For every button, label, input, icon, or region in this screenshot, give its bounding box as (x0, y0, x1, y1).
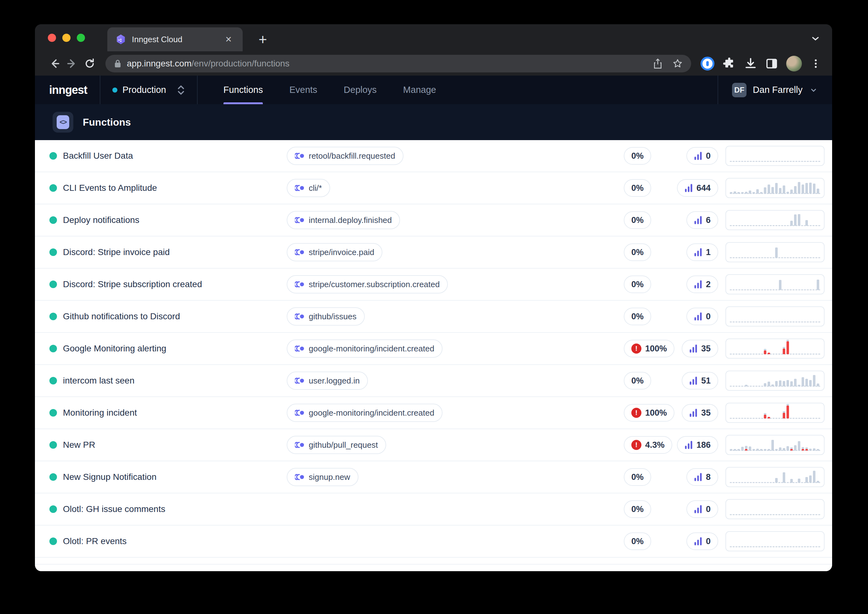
sparkline-bar-grey (760, 192, 763, 194)
inngest-logo[interactable]: inngest (49, 84, 87, 97)
run-count-column: 51 (680, 372, 718, 390)
tab-overflow-chevron-icon[interactable] (810, 33, 821, 44)
sparkline-bar-grey (767, 449, 770, 451)
url-bar[interactable]: app.inngest.com/env/production/functions (105, 55, 691, 72)
function-status-dot (50, 345, 57, 352)
sparkline-slot (786, 446, 789, 451)
run-count-value: 6 (706, 215, 711, 225)
function-status-dot (50, 216, 57, 224)
browser-menu-kebab-icon[interactable] (810, 58, 822, 69)
failure-rate-column: !4.3% (624, 436, 680, 454)
function-name: Google Monitoring alerting (63, 344, 287, 354)
function-row[interactable]: intercom last seenuser.logged.in0%51 (35, 365, 832, 397)
tab-functions[interactable]: Functions (210, 76, 276, 104)
account-menu[interactable]: DF Dan Farrelly (718, 76, 832, 104)
sparkline-bar-red (745, 449, 747, 451)
tab-title: Inngest Cloud (132, 35, 217, 44)
bar-chart-icon (685, 183, 693, 193)
account-chevron-down-icon (809, 85, 818, 95)
run-count-column: 0 (680, 147, 718, 165)
sparkline-bar-grey (798, 214, 800, 226)
new-tab-button[interactable]: + (253, 30, 272, 49)
sparkline-slot (786, 380, 789, 386)
minimize-window-button[interactable] (62, 34, 70, 42)
sparkline-bar-grey (749, 446, 751, 451)
sparkline-chart (725, 274, 825, 294)
sparkline-bar-red (783, 348, 785, 354)
environment-name: Production (122, 85, 166, 95)
sparkline-bar-grey (738, 449, 740, 451)
sparkline-slot (779, 448, 781, 451)
sparkline-bar-red (790, 449, 793, 451)
zoom-window-button[interactable] (77, 34, 85, 42)
close-window-button[interactable] (48, 34, 56, 42)
sparkline-chart (725, 499, 825, 519)
share-icon[interactable] (653, 58, 663, 69)
function-row[interactable]: New PRgithub/pull_request!4.3%186 (35, 429, 832, 461)
sparkline-bar-grey (794, 186, 797, 194)
function-row[interactable]: Olotl: GH issue comments0%0 (35, 493, 832, 525)
browser-toolbar: app.inngest.com/env/production/functions (35, 51, 832, 76)
tab-deploys[interactable]: Deploys (330, 76, 390, 104)
tab-events[interactable]: Events (276, 76, 330, 104)
event-column: cli/* (287, 179, 624, 197)
sparkline-bar-grey (730, 449, 732, 451)
event-trigger-icon (295, 249, 304, 256)
browser-profile-avatar[interactable] (786, 56, 802, 72)
sparkline-bar-grey (790, 221, 793, 226)
function-row[interactable]: Github notifications to Discordgithub/is… (35, 301, 832, 333)
failure-rate-pill: 0% (624, 372, 651, 390)
function-name: Github notifications to Discord (63, 311, 287, 322)
function-status-dot (50, 441, 57, 449)
bookmark-star-icon[interactable] (672, 58, 683, 69)
sparkline-bar-grey (790, 381, 793, 386)
sparkline-slot (805, 448, 808, 451)
sparkline-bar-red (805, 449, 808, 451)
sparkline-bar-grey (771, 384, 774, 386)
tab-manage[interactable]: Manage (390, 76, 450, 104)
function-row[interactable]: Backfill User Dataretool/backfill.reques… (35, 140, 832, 172)
extensions-puzzle-icon[interactable] (722, 57, 736, 70)
sparkline-slot (775, 478, 778, 483)
sparkline-column (725, 146, 825, 166)
function-name: New PR (63, 440, 287, 450)
failure-rate-value: 0% (631, 280, 643, 289)
sparkline-slot (775, 247, 778, 258)
tab-close-icon[interactable]: ✕ (223, 33, 234, 46)
environment-selector[interactable]: Production (101, 76, 197, 104)
failure-rate-value: 0% (631, 183, 643, 193)
sparkline-chart (725, 242, 825, 262)
function-row[interactable]: Deploy notificationsinternal.deploy.fini… (35, 204, 832, 236)
reload-icon[interactable] (81, 55, 99, 72)
onepassword-extension-icon[interactable] (701, 57, 715, 70)
function-row[interactable]: Discord: Stripe invoice paidstripe/invoi… (35, 236, 832, 269)
function-row[interactable]: CLI Events to Amplitudecli/*0%644 (35, 172, 832, 204)
sparkline-bar-grey (775, 381, 778, 386)
sparkline-slot (794, 379, 797, 386)
sparkline-slot (783, 411, 785, 418)
side-panel-icon[interactable] (766, 57, 778, 70)
failure-rate-pill: 0% (624, 501, 651, 518)
sparkline-slot (798, 182, 800, 194)
downloads-icon[interactable] (744, 57, 757, 70)
function-name: Deploy notifications (63, 215, 287, 225)
function-row[interactable]: New Signup Notificationsignup.new0%8 (35, 461, 832, 493)
event-trigger-icon (295, 409, 304, 416)
function-row[interactable]: Discord: Stripe subscription createdstri… (35, 269, 832, 301)
sparkline-bar-grey (764, 449, 766, 451)
function-row[interactable]: Olotl: PR events0%0 (35, 525, 832, 558)
function-name: Olotl: PR events (63, 536, 287, 546)
browser-tab[interactable]: Inngest Cloud ✕ (107, 27, 243, 51)
bar-chart-icon (694, 505, 702, 513)
function-row[interactable]: Monitoring incidentgoogle-monitoring/inc… (35, 397, 832, 429)
function-row[interactable]: Google Monitoring alertinggoogle-monitor… (35, 333, 832, 365)
sparkline-bar-grey (790, 190, 793, 194)
sparkline-bar-grey (817, 449, 819, 451)
failure-rate-column: 0% (624, 243, 680, 261)
back-icon[interactable] (46, 55, 63, 72)
forward-icon[interactable] (63, 55, 81, 72)
sparkline-chart (725, 531, 825, 551)
sparkline-bar-grey (813, 448, 815, 451)
sparkline-slot (786, 192, 789, 194)
sparkline-bar-grey (783, 185, 785, 194)
